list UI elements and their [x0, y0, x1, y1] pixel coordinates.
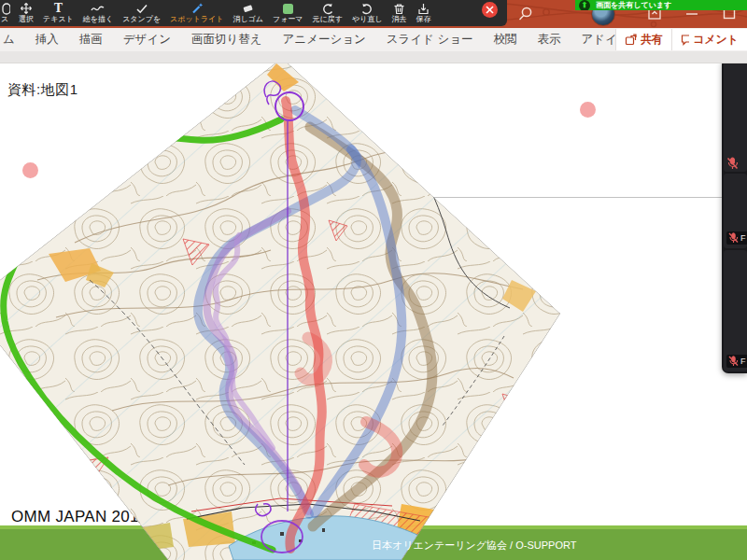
slide-heading: 資料:地図1: [7, 81, 78, 99]
toolbar-item-save[interactable]: 保存: [411, 0, 435, 26]
redo-icon: [360, 3, 374, 15]
tab-insert[interactable]: 挿入: [35, 32, 59, 48]
tab-home[interactable]: ム: [3, 32, 15, 48]
ribbon-right-buttons: 共有 コメント: [615, 29, 747, 50]
participant-name-label: F: [726, 355, 747, 368]
spotlight-wand-icon: [190, 3, 204, 15]
tab-review[interactable]: 校閲: [494, 32, 517, 48]
muted-mic-icon: [728, 356, 739, 367]
stamp-check-icon: [135, 3, 148, 15]
toolbar-item-draw[interactable]: 絵を描く: [78, 0, 118, 26]
screen-share-banner[interactable]: ⬆ 画面を共有しています: [575, 0, 747, 10]
slide-credit-text: 日本オリエンテーリング協会 / O-SUPPORT: [372, 539, 576, 553]
ribbon-tabs: ム 挿入 描画 デザイン 画面切り替え アニメーション スライド ショー 校閲 …: [3, 32, 685, 48]
share-banner-text: 画面を共有しています: [596, 0, 671, 10]
zoom-participants-panel: F F: [722, 58, 747, 373]
ribbon-lower-band: [0, 51, 747, 63]
toolbar-item-eraser[interactable]: 消しゴム: [228, 0, 268, 26]
eraser-icon: [241, 3, 255, 15]
search-icon[interactable]: [515, 4, 540, 24]
draw-squiggle-icon: [91, 3, 105, 15]
muted-mic-icon: [728, 232, 739, 244]
toolbar-item-clear[interactable]: 消去: [387, 0, 411, 26]
tab-slideshow[interactable]: スライド ショー: [387, 32, 473, 48]
slide-canvas: [0, 63, 747, 560]
undo-icon: [321, 3, 334, 15]
annotation-toolbar: ス 選択 T テキスト 絵を描く スタンプを スポットライト: [0, 0, 507, 26]
participant-video-tile[interactable]: [724, 60, 747, 172]
share-shield-icon: ⬆: [579, 0, 590, 10]
tab-view[interactable]: 表示: [538, 32, 561, 48]
slide-event-title: OMM JAPAN 2016 大町: [11, 506, 185, 527]
toolbar-item-format[interactable]: フォーマ: [268, 0, 308, 26]
annotation-toolbar-close-button[interactable]: [482, 2, 498, 18]
tab-design[interactable]: デザイン: [123, 32, 171, 48]
toolbar-item-text[interactable]: T テキスト: [38, 0, 78, 26]
annotation-dot: [580, 102, 596, 118]
tab-transitions[interactable]: 画面切り替え: [191, 32, 262, 48]
tab-animations[interactable]: アニメーション: [283, 32, 366, 48]
toolbar-item-select[interactable]: 選択: [14, 0, 38, 26]
participant-video-tile[interactable]: F: [724, 174, 747, 248]
comments-button[interactable]: コメント: [671, 29, 747, 50]
muted-mic-icon: [726, 157, 739, 170]
participant-video-tile[interactable]: F: [724, 250, 747, 371]
annotation-horizontal-line: [411, 197, 722, 198]
text-icon: T: [54, 3, 63, 15]
participant-name-label: F: [726, 231, 747, 245]
close-icon: [486, 6, 494, 14]
save-icon: [417, 3, 430, 15]
tab-draw[interactable]: 描画: [79, 32, 103, 48]
toolbar-item-mouse[interactable]: ス: [0, 0, 14, 26]
trash-icon: [393, 3, 405, 15]
mouse-icon: [0, 3, 10, 15]
annotation-dot: [22, 162, 38, 178]
comment-icon: [681, 34, 689, 46]
format-color-swatch-icon: [282, 3, 294, 15]
toolbar-item-undo[interactable]: 元に戻す: [308, 0, 347, 26]
toolbar-item-stamp[interactable]: スタンプを: [118, 0, 165, 26]
share-button[interactable]: 共有: [615, 29, 671, 50]
toolbar-item-spotlight[interactable]: スポットライト: [165, 0, 228, 26]
move-cross-icon: [20, 3, 33, 15]
share-icon: [625, 34, 637, 46]
toolbar-item-redo[interactable]: やり直し: [347, 0, 388, 26]
